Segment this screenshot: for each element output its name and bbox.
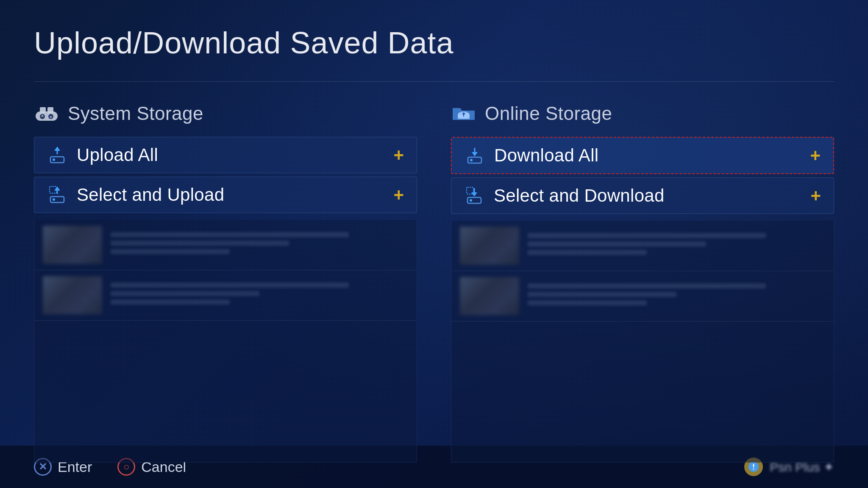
upload-all-plus: + (393, 146, 404, 164)
upload-all-button[interactable]: Upload All + (34, 137, 417, 173)
online-storage-header: Online Storage (451, 103, 834, 124)
online-game-detail-1b (528, 250, 647, 255)
svg-point-8 (53, 158, 55, 161)
select-download-left: Select and Download (464, 186, 665, 206)
page-container: Upload/Download Saved Data (0, 0, 868, 488)
online-game-title-1 (528, 233, 766, 238)
system-game-title-2 (111, 283, 349, 288)
download-all-label: Download All (494, 145, 598, 166)
online-storage-column: Online Storage Downl (451, 103, 834, 463)
system-game-info-2 (111, 283, 408, 308)
select-upload-left: Select and Upload (47, 185, 224, 205)
svg-rect-1 (40, 107, 46, 113)
system-game-info-1 (111, 232, 408, 258)
system-game-list (34, 220, 417, 463)
svg-rect-2 (47, 107, 53, 113)
content-area: System Storage (34, 103, 834, 463)
select-upload-plus: + (393, 186, 404, 204)
system-game-detail-2b (111, 299, 230, 305)
system-storage-buttons: Upload All + (34, 137, 417, 213)
svg-rect-23 (468, 157, 481, 163)
hdd-icon (34, 104, 59, 123)
page-title: Upload/Download Saved Data (34, 25, 834, 60)
svg-marker-15 (54, 186, 60, 191)
svg-marker-26 (472, 152, 478, 156)
cloud-icon (451, 104, 476, 123)
svg-point-13 (53, 198, 55, 201)
system-game-detail-1a (111, 241, 289, 246)
svg-rect-0 (36, 111, 58, 121)
download-all-button[interactable]: Download All + (451, 137, 834, 174)
system-game-thumb-1 (43, 226, 102, 264)
online-game-item-2[interactable] (451, 271, 834, 322)
select-upload-icon (47, 185, 67, 205)
download-all-plus: + (810, 147, 821, 164)
upload-all-icon (47, 145, 67, 165)
online-game-thumb-1 (460, 227, 519, 265)
online-game-info-1 (528, 233, 825, 258)
online-game-list (451, 221, 834, 463)
svg-marker-10 (54, 147, 60, 151)
system-storage-column: System Storage (34, 103, 417, 463)
system-game-item-2[interactable] (34, 270, 417, 321)
select-download-icon (464, 186, 484, 206)
online-storage-buttons: Download All + (451, 137, 834, 214)
online-game-detail-2b (528, 300, 647, 305)
system-game-title-1 (111, 232, 349, 237)
system-storage-header: System Storage (34, 103, 417, 124)
system-game-detail-1b (111, 249, 230, 254)
select-upload-label: Select and Upload (77, 185, 224, 205)
divider (34, 81, 834, 82)
online-game-detail-1a (528, 241, 706, 247)
online-game-thumb-2 (460, 277, 519, 315)
system-storage-label: System Storage (68, 103, 203, 124)
svg-point-28 (470, 199, 472, 202)
upload-all-left: Upload All (47, 145, 158, 165)
svg-point-24 (470, 159, 473, 161)
select-download-plus: + (810, 187, 821, 205)
online-game-info-2 (528, 283, 825, 309)
select-download-button[interactable]: Select and Download + (451, 177, 834, 214)
online-game-item-1[interactable] (451, 221, 834, 271)
system-game-thumb-2 (43, 276, 102, 314)
upload-all-label: Upload All (77, 145, 158, 165)
select-download-label: Select and Download (494, 186, 665, 206)
download-all-icon (465, 145, 485, 166)
system-game-item-1[interactable] (34, 220, 417, 270)
svg-rect-7 (50, 157, 64, 163)
download-all-left: Download All (465, 145, 598, 166)
select-upload-button[interactable]: Select and Upload + (34, 177, 417, 213)
svg-rect-12 (50, 197, 64, 202)
system-game-detail-2a (111, 291, 259, 296)
online-game-title-2 (528, 283, 766, 288)
svg-rect-27 (467, 197, 481, 203)
online-storage-label: Online Storage (485, 103, 612, 124)
online-game-detail-2a (528, 292, 676, 297)
